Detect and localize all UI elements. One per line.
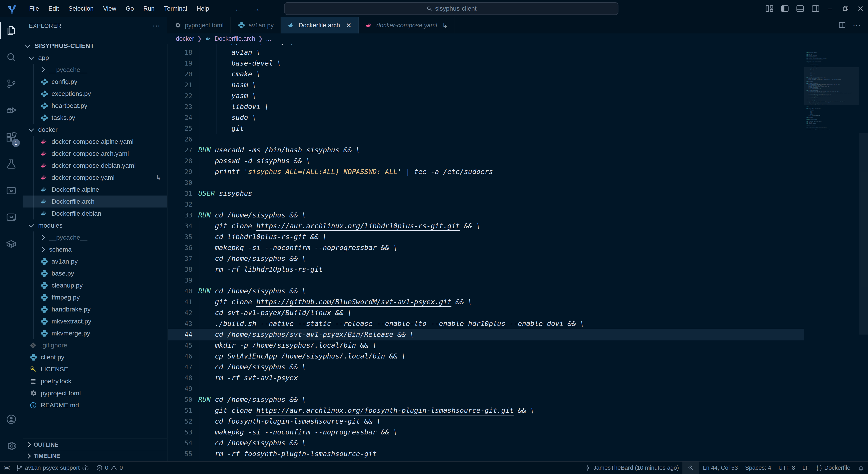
notifications-bell[interactable] [854, 462, 868, 474]
minimap-slider[interactable] [804, 67, 859, 105]
breadcrumb-item[interactable]: Dockerfile.arch [215, 35, 255, 42]
activity-accounts-icon[interactable] [0, 406, 23, 433]
activity-search-icon[interactable] [0, 44, 23, 70]
split-editor-icon[interactable] [838, 21, 846, 30]
tree-item-mkvmerge-py[interactable]: mkvmerge.py [23, 327, 167, 339]
code-line-31: 31USER sisyphus [168, 188, 804, 199]
tree-item-docker-compose-yaml[interactable]: docker-compose.yaml↳ [23, 171, 167, 184]
activity-extension-block-icon[interactable] [0, 177, 23, 204]
tree-item-docker[interactable]: docker [23, 124, 167, 136]
problems-status[interactable]: 0 0 [92, 462, 127, 474]
tree-item--gitignore[interactable]: .gitignore [23, 339, 167, 351]
toggle-sidebar-icon[interactable] [780, 4, 789, 13]
tree-item-docker-compose-alpine-yaml[interactable]: docker-compose.alpine.yaml [23, 136, 167, 148]
tree-item-license[interactable]: LICENSE [23, 363, 167, 375]
tree-item-app[interactable]: app [23, 52, 167, 64]
error-icon [96, 465, 103, 471]
command-center-search[interactable]: sisyphus-client [284, 2, 618, 15]
menu-help[interactable]: Help [192, 3, 214, 14]
menu-selection[interactable]: Selection [64, 3, 98, 14]
chevron-right-icon [39, 247, 45, 252]
toggle-panel-icon[interactable] [796, 4, 805, 13]
tree-item-cleanup-py[interactable]: cleanup.py [23, 279, 167, 291]
minimap[interactable]: FROM archlinux:latest ARG GRPC_URLARG HO… [804, 44, 859, 462]
cursor-position-status[interactable]: Ln 44, Col 53 [699, 462, 741, 474]
code-text: cd libhdr10plus-rs-git && \ [198, 231, 327, 242]
tree-item-mkvextract-py[interactable]: mkvextract.py [23, 315, 167, 327]
customize-layout-icon[interactable] [765, 4, 774, 13]
tree-item-dockerfile-debian[interactable]: Dockerfile.debian [23, 208, 167, 220]
tree-item-poetry-lock[interactable]: poetry.lock [23, 375, 167, 387]
git-branch-status[interactable]: av1an-psyex-support [12, 462, 92, 474]
tree-item-config-py[interactable]: config.py [23, 76, 167, 88]
remote-indicator[interactable]: >< [0, 462, 12, 474]
line-number: 48 [168, 373, 198, 383]
tree-item-exceptions-py[interactable]: exceptions.py [23, 88, 167, 100]
tab-av1an-py[interactable]: av1an.py [231, 17, 281, 33]
tree-item-heartbeat-py[interactable]: heartbeat.py [23, 100, 167, 112]
menu-file[interactable]: File [24, 3, 44, 14]
menu-view[interactable]: View [98, 3, 121, 14]
tab-dockerfile-arch[interactable]: Dockerfile.arch✕ [281, 17, 359, 33]
language-mode-status[interactable]: { } Dockerfile [813, 462, 854, 474]
explorer-more-actions-icon[interactable]: ⋯ [153, 21, 161, 30]
tree-item-schema[interactable]: schema [23, 244, 167, 255]
toggle-secondary-sidebar-icon[interactable] [811, 4, 820, 13]
sidebar-section-outline[interactable]: OUTLINE [23, 439, 167, 450]
sidebar-section-timeline[interactable]: TIMELINE [23, 450, 167, 462]
activity-extensions-icon[interactable]: 1 [0, 124, 23, 151]
editor-more-actions-icon[interactable]: ⋯ [852, 21, 861, 30]
tree-root[interactable]: SISYPHUS-CLIENT [23, 40, 167, 52]
tree-item--pycache-[interactable]: __pycache__ [23, 64, 167, 76]
code-line-24: 24 sudo \ [168, 112, 804, 123]
gear-icon [29, 389, 37, 397]
history-back-icon[interactable]: ← [230, 4, 247, 13]
tree-item-dockerfile-arch[interactable]: Dockerfile.arch [23, 195, 167, 208]
activity-explorer-icon[interactable] [0, 17, 23, 44]
close-window-icon[interactable] [857, 4, 865, 13]
line-number: 27 [168, 145, 198, 156]
menu-terminal[interactable]: Terminal [159, 3, 192, 14]
line-number: 25 [168, 123, 198, 134]
menu-go[interactable]: Go [121, 3, 138, 14]
tree-item-base-py[interactable]: base.py [23, 267, 167, 279]
tree-item-client-py[interactable]: client.py [23, 351, 167, 363]
tree-item--pycache-[interactable]: __pycache__ [23, 231, 167, 244]
activity-settings-icon[interactable] [0, 433, 23, 459]
tree-item-docker-compose-arch-yaml[interactable]: docker-compose.arch.yaml [23, 148, 167, 160]
menu-run[interactable]: Run [138, 3, 159, 14]
code-editor[interactable]: 17 python-poetry \18 av1an \19 base-deve… [167, 44, 804, 462]
restore-icon[interactable] [842, 4, 850, 13]
tree-item-docker-compose-debian-yaml[interactable]: docker-compose.debian.yaml [23, 160, 167, 171]
git-blame-status[interactable]: JamesTheBard (10 minutes ago) [581, 462, 683, 474]
tree-item-pyproject-toml[interactable]: pyproject.toml [23, 387, 167, 399]
editor-zoom-status[interactable] [682, 462, 699, 474]
tree-item-ffmpeg-py[interactable]: ffmpeg.py [23, 291, 167, 303]
eol-status[interactable]: LF [799, 462, 813, 474]
activity-extension-block-cloud-icon[interactable] [0, 204, 23, 230]
menu-edit[interactable]: Edit [44, 3, 64, 14]
minimize-icon[interactable] [827, 4, 835, 13]
vertical-scrollbar[interactable] [860, 133, 868, 335]
close-tab-icon[interactable]: ✕ [346, 22, 351, 29]
tree-item-label: README.md [41, 402, 79, 409]
tree-item-av1an-py[interactable]: av1an.py [23, 255, 167, 267]
tab-pyproject-toml[interactable]: pyproject.toml [167, 17, 231, 33]
tree-item-tasks-py[interactable]: tasks.py [23, 112, 167, 124]
indentation-status[interactable]: Spaces: 4 [741, 462, 775, 474]
breadcrumb[interactable]: docker❯Dockerfile.arch❯... [167, 33, 868, 44]
history-forward-icon[interactable]: → [247, 4, 265, 13]
tree-item-handbrake-py[interactable]: handbrake.py [23, 303, 167, 315]
activity-testing-icon[interactable] [0, 151, 23, 177]
breadcrumb-item[interactable]: ... [266, 35, 271, 42]
line-number: 44 [168, 329, 198, 340]
activity-source-control-icon[interactable] [0, 70, 23, 97]
tree-item-readme-md[interactable]: README.md [23, 399, 167, 411]
breadcrumb-item[interactable]: docker [176, 35, 194, 42]
tree-item-dockerfile-alpine[interactable]: Dockerfile.alpine [23, 184, 167, 195]
tab-docker-compose-yaml[interactable]: docker-compose.yaml↳ [359, 17, 455, 33]
encoding-status[interactable]: UTF-8 [775, 462, 799, 474]
activity-containers-icon[interactable] [0, 230, 23, 257]
tree-item-modules[interactable]: modules [23, 220, 167, 231]
activity-run-and-debug-icon[interactable] [0, 97, 23, 124]
